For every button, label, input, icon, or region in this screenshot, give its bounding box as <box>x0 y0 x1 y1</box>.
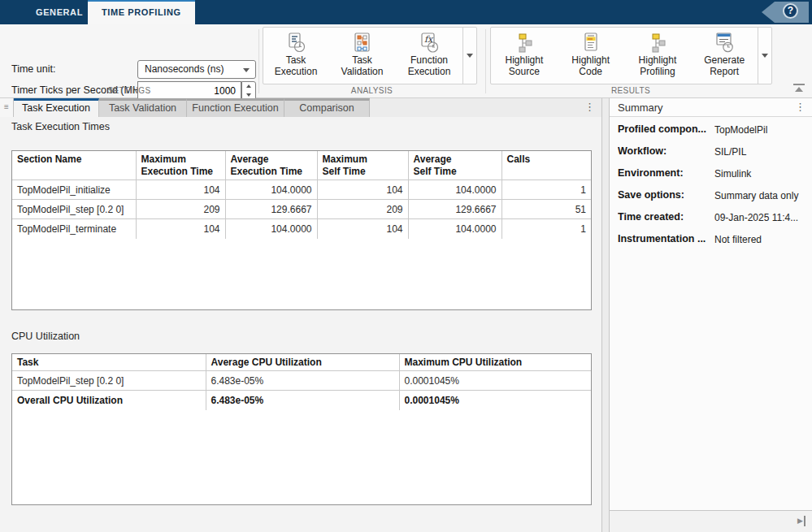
table-cell: Overall CPU Utilization <box>12 391 206 410</box>
main-area: ≡ Task Execution Task Validation Functio… <box>0 98 812 532</box>
summary-panel: Summary ⋮ Profiled compon... TopModelPil… <box>609 98 812 532</box>
cpu-utilization-table-container: TaskAverage CPU UtilizationMaximum CPU U… <box>11 353 592 505</box>
field-value: TopModelPil <box>714 124 809 136</box>
field-label: Profiled compon... <box>618 123 712 135</box>
generate-report-icon <box>713 32 736 54</box>
cpu-utilization-table: TaskAverage CPU UtilizationMaximum CPU U… <box>12 354 591 410</box>
table-cell: 104 <box>317 180 408 200</box>
table-cell: 104.0000 <box>408 219 502 239</box>
chevron-down-icon <box>762 54 768 58</box>
table-row[interactable]: TopModelPil_step [0.2 0]6.483e-05%0.0001… <box>12 371 591 391</box>
table-cell: 51 <box>502 200 591 219</box>
highlight-source-icon <box>513 32 536 54</box>
highlight-profiling-button[interactable]: Highlight Profiling <box>624 28 692 84</box>
analysis-gallery-dropdown[interactable] <box>462 28 476 84</box>
table-cell: TopModelPil_initialize <box>12 180 136 200</box>
tab-task-validation[interactable]: Task Validation <box>99 98 187 117</box>
generate-report-button[interactable]: Generate Report <box>691 28 758 84</box>
table-header-row: TaskAverage CPU UtilizationMaximum CPU U… <box>12 354 591 371</box>
table-cell: 104.0000 <box>408 180 502 200</box>
field-label: Workflow: <box>618 145 712 157</box>
profiling-document-panel: ≡ Task Execution Task Validation Functio… <box>0 98 602 532</box>
collapse-ribbon-button[interactable] <box>793 84 805 92</box>
column-header[interactable]: Average Self Time <box>408 151 502 180</box>
field-label: Instrumentation ... <box>618 233 712 244</box>
table-cell: 209 <box>136 200 225 219</box>
document-tab-strip: ≡ Task Execution Task Validation Functio… <box>0 98 601 117</box>
task-validation-button[interactable]: Task Validation <box>328 28 396 84</box>
task-execution-button-label: Task Execution <box>275 54 318 77</box>
task-validation-button-label: Task Validation <box>341 54 384 77</box>
function-execution-button-label: Function Execution <box>408 54 451 77</box>
summary-field: Workflow: SIL/PIL <box>618 145 809 162</box>
highlight-profiling-button-label: Highlight Profiling <box>639 54 677 77</box>
column-header[interactable]: Task <box>12 354 206 371</box>
ribbon-divider <box>258 29 259 93</box>
table-cell: 6.483e-05% <box>206 391 399 410</box>
task-validation-icon <box>351 32 374 54</box>
table-row[interactable]: TopModelPil_terminate104104.0000104104.0… <box>12 219 591 239</box>
column-header[interactable]: Maximum Execution Time <box>136 151 225 180</box>
ribbon: Time unit: Nanoseconds (ns) Timer Ticks … <box>0 24 812 98</box>
analysis-section-label: ANALYSIS <box>258 86 485 95</box>
column-header[interactable]: Average Execution Time <box>225 151 317 180</box>
summary-field: Instrumentation ... Not filtered <box>618 233 809 249</box>
table-row[interactable]: Overall CPU Utilization6.483e-05%0.00010… <box>12 391 591 410</box>
column-header[interactable]: Calls <box>502 151 591 180</box>
table-cell: 1 <box>502 219 591 239</box>
task-execution-times-table: Section NameMaximum Execution TimeAverag… <box>12 151 591 239</box>
table-row[interactable]: TopModelPil_step [0.2 0]209129.666720912… <box>12 200 591 219</box>
expand-panel-icon[interactable]: ▶ <box>797 516 805 526</box>
summary-field: Time created: 09-Jan-2025 11:4... <box>618 211 809 227</box>
task-execution-button[interactable]: Task Execution <box>263 28 328 84</box>
summary-menu-icon[interactable]: ⋮ <box>795 101 805 113</box>
table-cell: TopModelPil_step [0.2 0] <box>12 200 136 219</box>
tab-time-profiling[interactable]: TIME PROFILING <box>88 0 195 24</box>
table-row[interactable]: TopModelPil_initialize104104.0000104104.… <box>12 180 591 200</box>
field-label: Save options: <box>618 189 712 201</box>
time-unit-value: Nanoseconds (ns) <box>145 63 224 75</box>
table-cell: 104.0000 <box>225 180 317 200</box>
tab-function-execution[interactable]: Function Execution <box>187 98 284 117</box>
highlight-code-button-label: Highlight Code <box>571 54 610 77</box>
tab-task-execution[interactable]: Task Execution <box>14 98 99 117</box>
svg-text:fx: fx <box>424 34 434 45</box>
highlight-code-button[interactable]: Highlight Code <box>558 28 624 84</box>
field-value: SIL/PIL <box>714 146 809 158</box>
table-cell: 104.0000 <box>225 219 317 239</box>
field-value: Summary data only <box>714 190 809 201</box>
table-cell: 129.6667 <box>225 200 317 219</box>
help-button[interactable]: ? <box>762 2 809 23</box>
field-label: Environment: <box>618 167 712 179</box>
panel-menu-icon[interactable]: ⋮ <box>584 101 595 113</box>
table-cell: 104 <box>317 219 408 239</box>
highlight-code-icon <box>580 32 602 54</box>
tab-grip-handle[interactable]: ≡ <box>0 98 14 117</box>
settings-section-label: SETTINGS <box>0 86 258 95</box>
help-icon: ? <box>783 3 798 19</box>
column-header[interactable]: Maximum CPU Utilization <box>399 354 591 371</box>
highlight-source-button[interactable]: Highlight Source <box>491 28 558 84</box>
field-value: Not filtered <box>714 234 809 245</box>
results-section-label: RESULTS <box>485 86 776 95</box>
column-header[interactable]: Section Name <box>12 151 136 180</box>
analysis-group: Task Execution Task Validation fx <box>263 27 477 84</box>
task-execution-icon <box>284 32 307 54</box>
results-gallery-dropdown[interactable] <box>758 28 771 84</box>
table-header-row: Section NameMaximum Execution TimeAverag… <box>12 151 591 180</box>
field-value: Simulink <box>714 168 809 179</box>
cpu-utilization-title: CPU Utilization <box>11 331 80 342</box>
tab-comparison[interactable]: Comparison <box>284 98 370 117</box>
column-header[interactable]: Maximum Self Time <box>317 151 408 180</box>
time-unit-label: Time unit: <box>11 63 55 75</box>
toolstrip-tab-bar: GENERAL TIME PROFILING ? <box>0 0 812 24</box>
column-header[interactable]: Average CPU Utilization <box>206 354 399 371</box>
time-unit-dropdown[interactable]: Nanoseconds (ns) <box>137 60 256 79</box>
summary-title: Summary <box>618 102 663 114</box>
function-execution-button[interactable]: fx Function Execution <box>396 28 462 84</box>
table-cell: 0.0001045% <box>399 371 591 391</box>
summary-field: Environment: Simulink <box>618 167 809 184</box>
ribbon-divider <box>485 29 486 93</box>
function-execution-icon: fx <box>418 32 441 54</box>
summary-field: Profiled compon... TopModelPil <box>618 123 809 140</box>
